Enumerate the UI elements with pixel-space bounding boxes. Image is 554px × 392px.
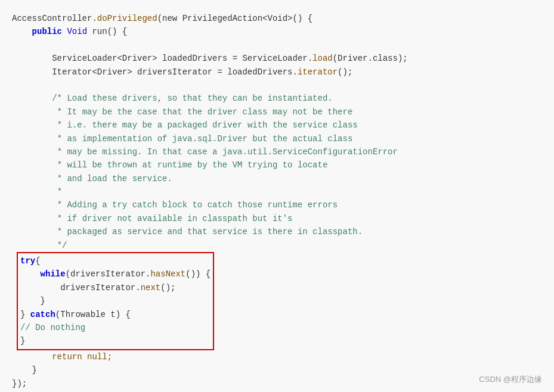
line-4: ServiceLoader<Driver> loadedDrivers = Se… [12,54,408,63]
line-7: /* Load these drivers, so that they can … [12,94,333,103]
line-5: Iterator<Driver> driversIterator = loade… [12,67,352,77]
highlighted-block: try{ while(driversIterator.hasNext()) { … [17,252,214,350]
after-1: return null; [12,352,112,362]
hline-5: } catch(Throwable t) { [20,310,131,319]
hline-4: } [20,296,45,306]
after-3: }); [12,379,27,388]
hline-6: // Do nothing [20,323,85,332]
line-9: * i.e. there may be a packaged driver wi… [12,120,358,130]
line-1: AccessController.doPrivileged(new Privil… [12,14,312,23]
line-14: * [12,187,62,197]
footer-text: CSDN @程序边缘 [479,374,542,386]
line-8: * It may be the case that the driver cla… [12,107,352,117]
line-11: * may be missing. In that case a java.ut… [12,147,398,157]
hline-3: driversIterator.next(); [20,283,175,293]
line-13: * and load the service. [12,174,172,183]
line-12: * will be thrown at runtime by the VM tr… [12,160,327,170]
line-10: * as implementation of java.sql.Driver b… [12,134,352,144]
hline-2: while(driversIterator.hasNext()) { [20,269,211,279]
line-16: * if driver not available in classpath b… [12,214,293,223]
hline-1: try{ [20,256,41,266]
line-18: */ [12,241,67,250]
line-17: * packaged as service and that service i… [12,227,363,237]
line-2: public Void run() { [12,27,127,36]
after-2: } [12,365,37,375]
hline-7: } [20,336,25,346]
line-15: * Adding a try catch block to catch thos… [12,200,338,210]
code-block: AccessController.doPrivileged(new Privil… [12,12,536,390]
